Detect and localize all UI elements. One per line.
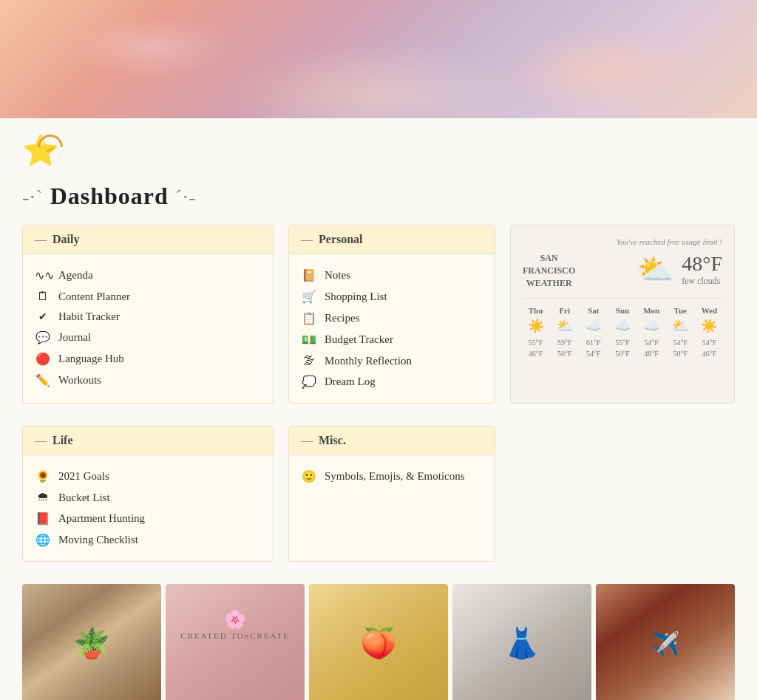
photo-gallery: [0, 584, 757, 700]
gallery-photo-2: [166, 584, 305, 700]
monthly-reflection-icon: 🌫: [301, 354, 317, 367]
forecast-mon: Mon ☁️ 54°F 48°F: [639, 306, 665, 359]
bucket-list-icon: 🌨: [35, 491, 51, 504]
forecast-wed: Wed ☀️ 54°F 46°F: [696, 306, 722, 359]
daily-item-agenda[interactable]: ∿∿ Agenda: [35, 265, 261, 286]
life-header: — Life: [23, 427, 273, 455]
weather-main: ⛅ 48°F few clouds: [637, 252, 722, 287]
symbols-icon: 🙂: [301, 469, 317, 483]
page-title: -·` Dashboard ´·-: [0, 175, 757, 225]
personal-item-monthly-reflection[interactable]: 🌫 Monthly Reflection: [301, 350, 483, 371]
daily-item-content-planner[interactable]: 🗒 Content Planner: [35, 286, 261, 307]
header-banner: [0, 0, 757, 118]
gallery-photo-1: [22, 584, 161, 700]
second-row: — Life 🌻 2021 Goals 🌨 Bucket List 📕 Apar…: [0, 426, 757, 584]
daily-section: — Daily ∿∿ Agenda 🗒 Content Planner ✔ Ha…: [22, 225, 274, 404]
agenda-icon: ∿∿: [35, 268, 51, 282]
logo-area: ⭐: [0, 118, 757, 175]
forecast-tue: Tue ⛅ 54°F 50°F: [668, 306, 693, 359]
misc-header: — Misc.: [289, 427, 495, 455]
habit-tracker-icon: ✔: [35, 310, 51, 323]
forecast-fri: Fri ⛅ 59°F 50°F: [551, 306, 577, 359]
apartment-icon: 📕: [35, 512, 51, 526]
personal-body: 📔 Notes 🛒 Shopping List 📋 Recipes 💵 Budg…: [289, 254, 495, 403]
daily-item-workouts[interactable]: ✏️ Workouts: [35, 370, 261, 391]
content-planner-icon: 🗒: [35, 290, 51, 303]
misc-section: — Misc. 🙂 Symbols, Emojis, & Emoticons: [288, 426, 495, 562]
weather-widget: You've reached free usage limit ! SAN FR…: [510, 225, 735, 404]
title-text: Dashboard: [50, 183, 169, 209]
journal-icon: 💬: [35, 330, 51, 344]
personal-item-recipes[interactable]: 📋 Recipes: [301, 307, 483, 329]
personal-item-budget[interactable]: 💵 Budget Tracker: [301, 329, 483, 350]
life-item-moving[interactable]: 🌐 Moving Checklist: [35, 529, 261, 551]
weather-note: You've reached free usage limit !: [523, 237, 722, 246]
misc-item-symbols[interactable]: 🙂 Symbols, Emojis, & Emoticons: [301, 466, 483, 487]
weather-location: SAN FRANCISCO WEATHER: [523, 252, 575, 289]
goals-icon: 🌻: [35, 469, 51, 483]
personal-item-notes[interactable]: 📔 Notes: [301, 265, 483, 286]
title-deco-left: -·`: [22, 186, 44, 208]
life-body: 🌻 2021 Goals 🌨 Bucket List 📕 Apartment H…: [23, 455, 273, 561]
weather-top: SAN FRANCISCO WEATHER ⛅ 48°F few clouds: [523, 252, 722, 289]
daily-header: — Daily: [23, 225, 273, 254]
daily-item-habit-tracker[interactable]: ✔ Habit Tracker: [35, 307, 261, 327]
shopping-icon: 🛒: [301, 290, 317, 304]
main-grid: — Daily ∿∿ Agenda 🗒 Content Planner ✔ Ha…: [0, 225, 757, 426]
life-section: — Life 🌻 2021 Goals 🌨 Bucket List 📕 Apar…: [22, 426, 274, 562]
life-item-bucket[interactable]: 🌨 Bucket List: [35, 487, 261, 508]
gallery-photo-5: [596, 584, 735, 700]
notes-icon: 📔: [301, 268, 317, 282]
forecast-thu: Thu ☀️ 55°F 46°F: [523, 306, 549, 359]
daily-item-journal[interactable]: 💬 Journal: [35, 327, 261, 348]
title-deco-right: ´·-: [175, 186, 197, 208]
personal-section: — Personal 📔 Notes 🛒 Shopping List 📋 Rec…: [288, 225, 495, 404]
forecast-sun: Sun ☁️ 55°F 50°F: [609, 306, 635, 359]
dream-log-icon: 💭: [301, 375, 317, 389]
gallery-photo-3: [309, 584, 448, 700]
forecast-sat: Sat ☁️ 61°F 54°F: [580, 306, 606, 359]
workouts-icon: ✏️: [35, 373, 51, 387]
logo-icon: ⭐: [22, 133, 59, 168]
weather-icon: ⛅: [637, 252, 674, 287]
moving-icon: 🌐: [35, 533, 51, 547]
weather-description: few clouds: [682, 276, 722, 287]
personal-item-shopping[interactable]: 🛒 Shopping List: [301, 286, 483, 307]
personal-header: — Personal: [289, 225, 495, 254]
daily-item-language-hub[interactable]: 🔴 Language Hub: [35, 348, 261, 370]
recipes-icon: 📋: [301, 311, 317, 325]
daily-body: ∿∿ Agenda 🗒 Content Planner ✔ Habit Trac…: [23, 254, 273, 401]
gallery-photo-4: [452, 584, 591, 700]
misc-body: 🙂 Symbols, Emojis, & Emoticons: [289, 455, 495, 497]
weather-forecast: Thu ☀️ 55°F 46°F Fri ⛅ 59°F 50°F Sat ☁️: [523, 298, 722, 359]
personal-item-dream-log[interactable]: 💭 Dream Log: [301, 371, 483, 393]
budget-icon: 💵: [301, 333, 317, 347]
life-item-goals[interactable]: 🌻 2021 Goals: [35, 466, 261, 487]
life-item-apartment[interactable]: 📕 Apartment Hunting: [35, 508, 261, 529]
language-hub-icon: 🔴: [35, 352, 51, 366]
weather-temp: 48°F: [682, 252, 722, 276]
